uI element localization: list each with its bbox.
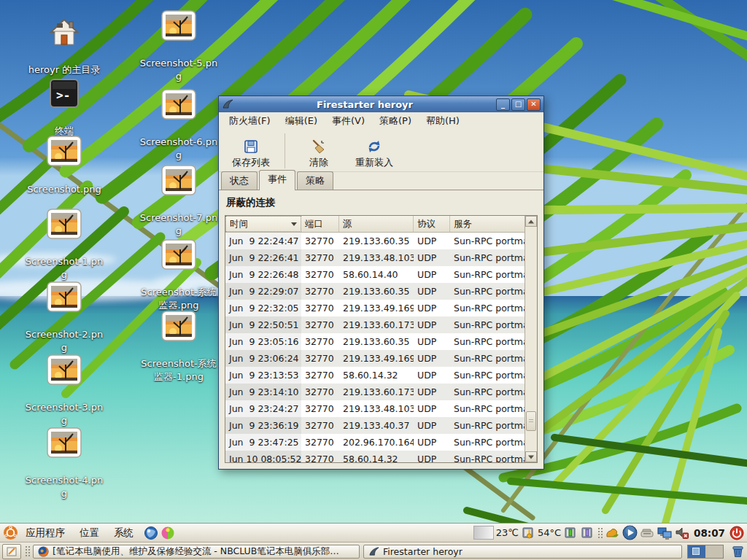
event-row[interactable]: Jun 9 23:47:25 32770 202.96.170.164 UDP …: [225, 434, 525, 451]
window-titlebar[interactable]: Firestarter heroyr _ □ ✕: [219, 96, 543, 112]
panel-menu-item[interactable]: 系统: [107, 526, 141, 540]
event-row[interactable]: Jun 9 22:24:47 32770 219.133.60.35 UDP S…: [225, 233, 525, 249]
network-monitors-icon[interactable]: [657, 526, 673, 540]
desktop-icon[interactable]: >- Screenshot-5.png: [139, 10, 219, 82]
desktop-icon[interactable]: >- heroyr 的主目录: [24, 16, 104, 77]
panel-menu-item[interactable]: 应用程序: [18, 526, 72, 540]
task-button[interactable]: Firestarter heroyr: [363, 545, 682, 559]
close-button-icon[interactable]: ✕: [527, 98, 541, 111]
desktop-icon[interactable]: >- Screenshot-4.png: [24, 427, 104, 499]
event-row[interactable]: Jun 9 23:06:24 32770 219.133.49.169 UDP …: [225, 350, 525, 367]
column-header-service[interactable]: 服务: [450, 216, 525, 232]
monitor-applet[interactable]: [473, 526, 494, 540]
tab[interactable]: 策略: [297, 171, 333, 190]
tab[interactable]: 事件: [259, 170, 295, 190]
menu-item[interactable]: 帮助(H): [419, 113, 467, 129]
event-row[interactable]: Jun 9 23:14:10 32770 219.133.60.173 UDP …: [225, 384, 525, 400]
cell-protocol: UDP: [414, 384, 450, 400]
tab[interactable]: 状态: [221, 171, 258, 190]
event-row[interactable]: Jun 9 22:32:05 32770 219.133.49.169 UDP …: [225, 300, 525, 316]
desktop-icon[interactable]: >- Screenshot-系统监器.png: [139, 239, 219, 311]
media-player-tray-icon[interactable]: [622, 525, 638, 540]
sensor-chip-green-icon[interactable]: [563, 526, 578, 540]
cell-protocol: UDP: [414, 283, 450, 300]
device-tray-icon[interactable]: [640, 526, 654, 540]
maximize-button-icon[interactable]: □: [511, 98, 525, 111]
cell-port: 32770: [301, 434, 339, 451]
scroll-down-icon[interactable]: [525, 451, 537, 462]
event-row[interactable]: Jun 9 23:36:19 32770 219.133.40.37 UDP S…: [225, 417, 525, 434]
cell-protocol: UDP: [414, 333, 450, 350]
menu-item[interactable]: 防火墙(F): [222, 113, 278, 129]
clear-button[interactable]: 清除: [291, 131, 347, 171]
volume-muted-icon[interactable]: [675, 526, 689, 540]
cpu-thermometer-icon[interactable]: [521, 526, 535, 540]
tray-drag-handle[interactable]: [597, 526, 603, 540]
cpu-temp-label[interactable]: 23℃: [496, 527, 519, 538]
cell-source: 219.133.40.37: [339, 417, 414, 434]
cell-port: 32770: [301, 451, 339, 462]
column-header-protocol[interactable]: 协议: [414, 216, 450, 232]
task-button-label: [笔记本电脑使用、维护及保修经验交流 - NBCLUB笔记本电脑俱乐部…: [53, 545, 339, 558]
minimize-button-icon[interactable]: _: [496, 98, 510, 111]
cell-service: Sun-RPC portmap: [450, 417, 525, 434]
window-list-bar: [笔记本电脑使用、维护及保修经验交流 - NBCLUB笔记本电脑俱乐部… Fir…: [0, 542, 747, 560]
cell-time: Jun 9 22:32:05: [225, 300, 301, 316]
event-row[interactable]: Jun 9 22:50:51 32770 219.133.60.173 UDP …: [225, 316, 525, 333]
cell-port: 32770: [301, 300, 339, 316]
desktop-icon[interactable]: >- Screenshot-3.png: [24, 354, 104, 427]
scroll-up-icon[interactable]: [525, 216, 537, 227]
column-header-port[interactable]: 端口: [301, 216, 339, 232]
cell-protocol: UDP: [414, 367, 450, 384]
desktop-icon[interactable]: >- Screenshot-1.png: [24, 209, 104, 281]
event-row[interactable]: Jun 9 23:24:27 32770 219.133.48.103 UDP …: [225, 400, 525, 417]
cell-time: Jun 9 23:13:53: [225, 367, 301, 384]
panel-menu-item[interactable]: 位置: [72, 526, 107, 540]
menu-item[interactable]: 事件(V): [325, 113, 372, 129]
graphics-launcher-icon[interactable]: [160, 526, 175, 540]
browser-launcher-icon[interactable]: [144, 526, 158, 540]
desktop-icon[interactable]: >- Screenshot-6.png: [139, 89, 219, 161]
desktop-icon[interactable]: >- Screenshot-系统监器-1.png: [139, 311, 219, 383]
cell-port: 32770: [301, 266, 339, 283]
event-row[interactable]: Jun 9 22:29:07 32770 219.133.60.35 UDP S…: [225, 283, 525, 300]
event-row[interactable]: Jun 9 22:26:41 32770 219.133.48.103 UDP …: [225, 249, 525, 266]
power-button-icon[interactable]: [729, 526, 744, 540]
menu-item[interactable]: 策略(P): [372, 113, 419, 129]
desktop-icon[interactable]: >- Screenshot-2.png: [24, 281, 104, 354]
menu-item[interactable]: 编辑(E): [278, 113, 325, 129]
trash-icon[interactable]: [731, 545, 745, 558]
column-header-source[interactable]: 源: [339, 216, 414, 232]
reload-button[interactable]: 重新装入: [347, 131, 402, 171]
save-list-button[interactable]: 保存列表: [223, 131, 279, 171]
event-row[interactable]: Jun 10 08:05:52 32770 58.60.14.32 UDP Su…: [225, 451, 525, 462]
event-row[interactable]: Jun 9 23:13:53 32770 58.60.14.32 UDP Sun…: [225, 367, 525, 384]
desktop-icon-label: Screenshot-2.png: [25, 328, 104, 354]
desktop-icon[interactable]: >- Screenshot.png: [24, 136, 104, 196]
table-header-row: 时间 端口 源 协议 服务: [225, 216, 525, 233]
taskbar-drag-handle[interactable]: [24, 545, 30, 558]
vertical-scrollbar[interactable]: [525, 216, 537, 462]
scrollbar-thumb[interactable]: [526, 411, 536, 431]
events-tab-panel: 屏蔽的连接 时间 端口 源 协议 服务 Jun 9 22:24:47: [219, 190, 543, 469]
sensor-chip-purple-icon[interactable]: [580, 526, 595, 540]
desktop-icon[interactable]: >- 终端: [24, 77, 104, 138]
show-desktop-button[interactable]: [2, 544, 21, 559]
cell-port: 32770: [301, 283, 339, 300]
task-button[interactable]: [笔记本电脑使用、维护及保修经验交流 - NBCLUB笔记本电脑俱乐部…: [33, 545, 360, 559]
ubuntu-menu-icon[interactable]: [3, 525, 18, 540]
column-header-time[interactable]: 时间: [225, 216, 301, 232]
desktop-icon[interactable]: >- Screenshot-7.png: [139, 165, 219, 237]
clock-applet[interactable]: 08:07: [694, 527, 725, 539]
cell-port: 32770: [301, 333, 339, 350]
workspace-2[interactable]: [705, 545, 723, 558]
notification-applet-icon[interactable]: [605, 526, 620, 540]
workspace-1[interactable]: [688, 545, 705, 558]
gpu-temp-label[interactable]: 54°C: [538, 527, 561, 538]
event-row[interactable]: Jun 9 23:05:16 32770 219.133.60.35 UDP S…: [225, 333, 525, 350]
cell-service: Sun-RPC portmap: [450, 333, 525, 350]
cell-time: Jun 9 23:06:24: [225, 350, 301, 367]
desktop-icon-label: Screenshot.png: [27, 183, 101, 196]
event-row[interactable]: Jun 9 22:26:48 32770 58.60.14.40 UDP Sun…: [225, 266, 525, 283]
desktop-icon-label: Screenshot-系统监器-1.png: [139, 357, 218, 383]
